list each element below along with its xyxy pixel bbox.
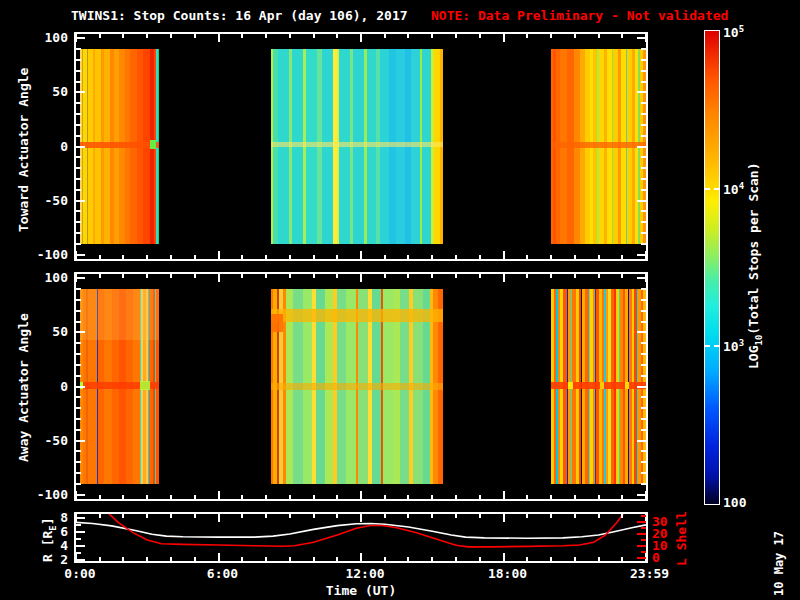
minor-tick [621,255,623,259]
minor-tick [479,274,481,278]
y-tick-label: -50 [0,433,68,448]
minor-tick [479,255,481,259]
y-tick-label: 50 [0,324,68,339]
minor-tick [76,210,81,212]
minor-tick [641,310,646,312]
colorbar-label-subscript: 10 [754,335,764,346]
major-tick [637,533,646,535]
minor-tick [76,135,81,137]
minor-tick [76,375,81,377]
major-tick [360,251,362,259]
minor-tick [598,255,600,259]
time-tick-label: 23:59 [615,566,685,581]
minor-tick [99,274,101,278]
minor-tick [241,274,243,278]
major-tick [360,491,362,499]
minor-tick [122,514,124,518]
minor-tick [641,189,646,191]
minor-tick [574,34,576,38]
colorbar-tick [705,188,710,190]
minor-tick [431,514,433,518]
minor-tick [431,495,433,499]
series-r [76,522,646,538]
minor-tick [289,274,291,278]
minor-tick [289,495,291,499]
minor-tick [99,255,101,259]
minor-tick [76,450,81,452]
minor-tick [336,255,338,259]
minor-tick [289,34,291,38]
time-tick-label: 18:00 [473,566,543,581]
major-tick [76,545,85,547]
major-tick [637,440,646,442]
minor-tick [194,495,196,499]
major-tick [76,531,85,533]
colorbar-tick-base: 10 [723,25,739,40]
heatmap-band [625,382,629,390]
minor-tick [526,274,528,278]
minor-tick [621,34,623,38]
major-tick [637,494,646,496]
minor-tick [641,407,646,409]
major-tick [360,274,362,282]
minor-tick [241,255,243,259]
orbit-line-panel [74,512,648,563]
major-tick [76,91,85,93]
y-tick-label: 8 [0,510,68,525]
heatmap-band [271,142,443,148]
minor-tick [641,483,646,485]
minor-tick [99,514,101,518]
major-tick [76,517,85,519]
minor-tick [641,527,646,529]
major-tick [503,251,505,259]
y-tick-label: 0 [0,139,68,154]
minor-tick [170,514,172,518]
minor-tick [384,255,386,259]
major-tick [218,274,220,282]
minor-tick [313,34,315,38]
major-tick [360,514,362,522]
minor-tick [641,113,646,115]
minor-tick [265,255,267,259]
heatmap-band [551,382,646,390]
heatmap-band [568,382,573,390]
minor-tick [289,255,291,259]
minor-tick [336,34,338,38]
minor-tick [336,274,338,278]
y-tick-label: -50 [0,193,68,208]
minor-tick [76,310,81,312]
minor-tick [641,472,646,474]
colorbar-tick-exponent: 3 [739,338,744,348]
minor-tick [455,557,457,561]
minor-tick [641,321,646,323]
y-tick-label: -100 [0,487,68,502]
minor-tick [99,557,101,561]
minor-tick [170,255,172,259]
minor-tick [455,255,457,259]
minor-tick [641,375,646,377]
minor-tick [641,124,646,126]
minor-tick [76,472,81,474]
minor-tick [384,274,386,278]
colorbar-tick-label: 104 [723,181,744,197]
major-tick [218,34,220,42]
minor-tick [76,321,81,323]
minor-tick [407,514,409,518]
minor-tick [598,274,600,278]
away-spectrogram-panel [74,272,648,501]
minor-tick [641,70,646,72]
major-tick [503,274,505,282]
minor-tick [598,557,600,561]
y-tick-label: 100 [0,270,68,285]
minor-tick [641,232,646,234]
minor-tick [170,34,172,38]
lshell-tick-label: 30 [652,514,692,529]
minor-tick [641,243,646,245]
minor-tick [641,221,646,223]
heatmap-block [551,49,646,244]
minor-tick [526,34,528,38]
minor-tick [170,557,172,561]
minor-tick [194,34,196,38]
minor-tick [76,288,81,290]
minor-tick [384,495,386,499]
